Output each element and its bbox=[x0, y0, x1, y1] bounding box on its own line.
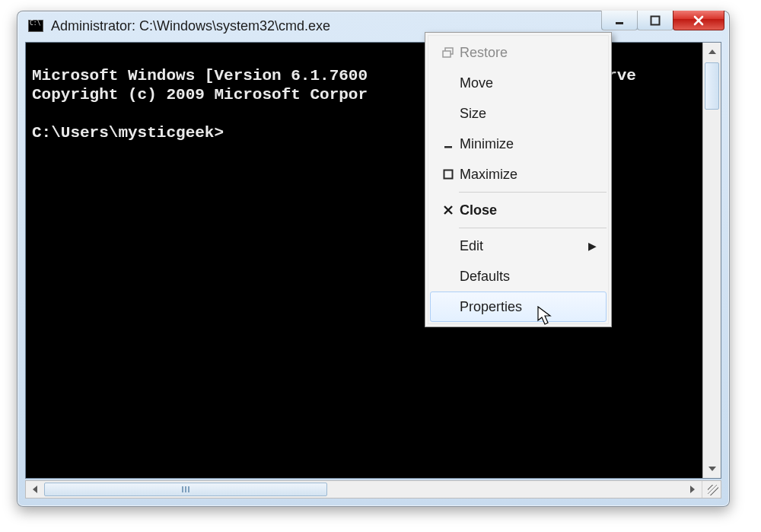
menu-label-maximize: Maximize bbox=[460, 167, 597, 183]
horizontal-scrollbar[interactable] bbox=[25, 480, 721, 499]
menu-label-defaults: Defaults bbox=[460, 269, 597, 285]
close-menu-icon bbox=[437, 205, 460, 215]
horizontal-scroll-track[interactable] bbox=[44, 481, 683, 498]
system-menu: Restore Move Size Minimize Maximize bbox=[425, 32, 612, 327]
console-client-area[interactable]: Microsoft Windows [Version 6.1.7600 rese… bbox=[25, 42, 721, 479]
scroll-right-arrow-icon[interactable] bbox=[683, 481, 702, 498]
menu-item-size[interactable]: Size bbox=[430, 98, 607, 129]
maximize-icon bbox=[650, 15, 661, 26]
svg-rect-4 bbox=[444, 146, 452, 148]
svg-rect-0 bbox=[616, 22, 623, 24]
close-button[interactable] bbox=[673, 11, 724, 30]
minimize-icon bbox=[614, 15, 625, 26]
cmd-window: Administrator: C:\Windows\system32\cmd.e… bbox=[17, 11, 730, 507]
vertical-scrollbar[interactable] bbox=[702, 43, 721, 478]
console-prompt: C:\Users\mysticgeek> bbox=[32, 124, 224, 142]
menu-item-edit[interactable]: Edit ▶ bbox=[430, 231, 607, 261]
maximize-button[interactable] bbox=[637, 11, 673, 30]
console-line-1a: Microsoft Windows [Version 6.1.7600 bbox=[32, 67, 368, 84]
console-line-2: Copyright (c) 2009 Microsoft Corpor bbox=[32, 86, 368, 104]
menu-label-properties: Properties bbox=[460, 299, 597, 315]
caption-buttons bbox=[602, 11, 724, 30]
menu-item-properties[interactable]: Properties bbox=[430, 291, 607, 322]
minimize-button[interactable] bbox=[601, 11, 638, 30]
close-icon bbox=[692, 15, 705, 26]
menu-label-size: Size bbox=[460, 106, 597, 122]
submenu-arrow-icon: ▶ bbox=[588, 240, 597, 252]
window-title: Administrator: C:\Windows\system32\cmd.e… bbox=[51, 18, 330, 34]
cmd-icon bbox=[28, 20, 43, 32]
system-menu-inner: Restore Move Size Minimize Maximize bbox=[428, 35, 609, 324]
scroll-left-arrow-icon[interactable] bbox=[26, 481, 44, 498]
menu-item-move[interactable]: Move bbox=[430, 68, 607, 98]
menu-label-restore: Restore bbox=[460, 45, 597, 61]
menu-label-minimize: Minimize bbox=[460, 136, 597, 152]
svg-rect-3 bbox=[443, 51, 451, 57]
scroll-up-arrow-icon[interactable] bbox=[703, 43, 721, 61]
maximize-menu-icon bbox=[437, 169, 460, 180]
vertical-scroll-thumb[interactable] bbox=[705, 62, 719, 110]
menu-item-maximize[interactable]: Maximize bbox=[430, 159, 607, 190]
minimize-menu-icon bbox=[437, 139, 460, 149]
menu-item-minimize[interactable]: Minimize bbox=[430, 129, 607, 159]
svg-rect-5 bbox=[444, 170, 453, 179]
menu-item-close[interactable]: Close bbox=[430, 195, 607, 225]
menu-item-restore: Restore bbox=[430, 37, 607, 68]
horizontal-scroll-thumb[interactable] bbox=[44, 483, 327, 496]
menu-label-close: Close bbox=[460, 202, 597, 218]
titlebar[interactable]: Administrator: C:\Windows\system32\cmd.e… bbox=[18, 11, 729, 40]
menu-label-move: Move bbox=[460, 75, 597, 91]
resize-grip-icon[interactable] bbox=[702, 481, 721, 498]
restore-icon bbox=[437, 47, 460, 58]
menu-separator-1 bbox=[459, 192, 607, 193]
menu-item-defaults[interactable]: Defaults bbox=[430, 261, 607, 291]
menu-separator-2 bbox=[459, 228, 607, 228]
svg-rect-1 bbox=[651, 16, 660, 24]
menu-label-edit: Edit bbox=[460, 238, 588, 254]
scroll-down-arrow-icon[interactable] bbox=[703, 460, 721, 478]
